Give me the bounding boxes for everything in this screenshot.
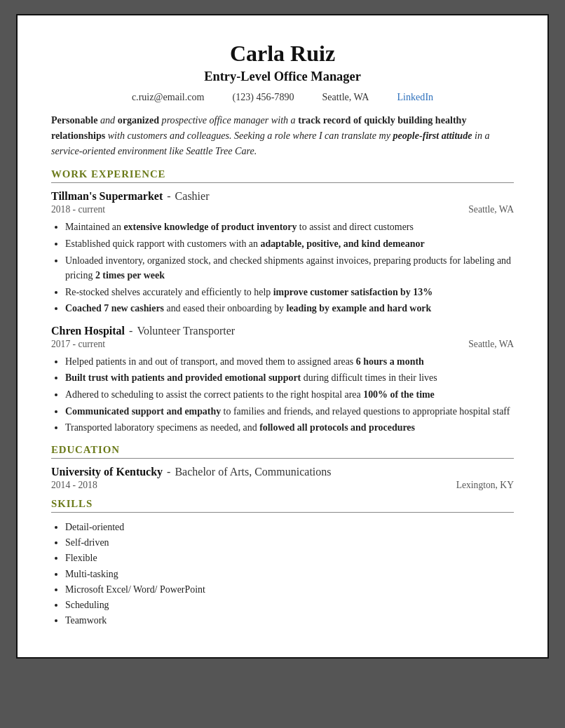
edu-1-dates: 2014 - 2018 bbox=[51, 480, 97, 491]
list-item: Helped patients in and out of transport,… bbox=[65, 354, 514, 370]
list-item: Scheduling bbox=[65, 598, 514, 613]
job-2-title-line: Chren Hospital - Volunteer Transporter bbox=[51, 325, 514, 337]
list-item: Established quick rapport with customers… bbox=[65, 236, 514, 252]
job-2-employer: Chren Hospital bbox=[51, 325, 125, 337]
list-item: Coached 7 new cashiers and eased their o… bbox=[65, 301, 514, 316]
job-1-title-line: Tillman's Supermarket - Cashier bbox=[51, 190, 514, 203]
job-2-bullets: Helped patients in and out of transport,… bbox=[65, 354, 514, 436]
resume-page: Carla Ruiz Entry-Level Office Manager c.… bbox=[16, 14, 549, 659]
list-item: Communicated support and empathy to fami… bbox=[65, 404, 514, 419]
list-item: Built trust with patients and provided e… bbox=[65, 370, 514, 386]
list-item: Re-stocked shelves accurately and effici… bbox=[65, 285, 514, 300]
edu-1-title-line: University of Kentucky - Bachelor of Art… bbox=[51, 466, 514, 478]
job-1-employer: Tillman's Supermarket bbox=[51, 190, 163, 203]
contact-phone: (123) 456-7890 bbox=[233, 91, 294, 103]
job-2-dash: - bbox=[129, 325, 132, 337]
skills-list: Detail-oriented Self-driven Flexible Mul… bbox=[65, 520, 514, 629]
contact-linkedin[interactable]: LinkedIn bbox=[397, 91, 434, 103]
edu-1-meta: 2014 - 2018 Lexington, KY bbox=[51, 480, 514, 491]
job-2-location: Seattle, WA bbox=[468, 339, 514, 350]
list-item: Self-driven bbox=[65, 535, 514, 551]
job-1-role: Cashier bbox=[175, 190, 210, 203]
skills-header: SKILLS bbox=[51, 498, 514, 513]
edu-1-location: Lexington, KY bbox=[456, 480, 514, 491]
list-item: Transported laboratory specimens as need… bbox=[65, 420, 514, 436]
job-2-role: Volunteer Transporter bbox=[137, 325, 235, 337]
summary-section: Personable and organized prospective off… bbox=[51, 113, 514, 159]
list-item: Multi-tasking bbox=[65, 567, 514, 582]
list-item: Microsoft Excel/ Word/ PowerPoint bbox=[65, 582, 514, 598]
contact-location: Seattle, WA bbox=[322, 91, 369, 103]
job-1-bullets: Maintained an extensive knowledge of pro… bbox=[65, 220, 514, 316]
edu-1-school: University of Kentucky bbox=[51, 466, 163, 478]
list-item: Teamwork bbox=[65, 613, 514, 628]
candidate-name: Carla Ruiz bbox=[51, 41, 514, 67]
job-1-dash: - bbox=[167, 190, 170, 203]
education-header: EDUCATION bbox=[51, 444, 514, 459]
list-item: Flexible bbox=[65, 551, 514, 566]
candidate-title: Entry-Level Office Manager bbox=[51, 69, 514, 84]
job-1-dates: 2018 - current bbox=[51, 204, 105, 215]
list-item: Maintained an extensive knowledge of pro… bbox=[65, 220, 514, 235]
job-2-meta: 2017 - current Seattle, WA bbox=[51, 339, 514, 350]
list-item: Unloaded inventory, organized stock, and… bbox=[65, 253, 514, 283]
job-1-meta: 2018 - current Seattle, WA bbox=[51, 204, 514, 215]
list-item: Adhered to scheduling to assist the corr… bbox=[65, 387, 514, 403]
job-2-dates: 2017 - current bbox=[51, 339, 105, 350]
list-item: Detail-oriented bbox=[65, 520, 514, 535]
work-experience-header: WORK EXPERIENCE bbox=[51, 168, 514, 183]
contact-row: c.ruiz@email.com (123) 456-7890 Seattle,… bbox=[51, 91, 514, 103]
contact-email: c.ruiz@email.com bbox=[132, 91, 205, 103]
edu-1-dash: - bbox=[167, 466, 170, 478]
job-1-location: Seattle, WA bbox=[468, 204, 514, 215]
edu-1-degree: Bachelor of Arts, Communications bbox=[175, 466, 331, 478]
